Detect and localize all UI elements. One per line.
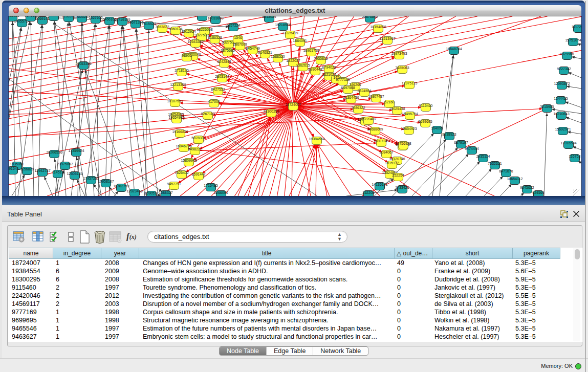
svg-text:1244415: 1244415 bbox=[554, 97, 568, 100]
svg-text:1716485: 1716485 bbox=[204, 184, 217, 187]
svg-text:114519: 114519 bbox=[52, 170, 64, 174]
svg-text:19756928: 19756928 bbox=[395, 142, 411, 145]
svg-text:2867608: 2867608 bbox=[233, 42, 247, 46]
svg-text:15692971: 15692971 bbox=[555, 127, 571, 131]
svg-text:12505135: 12505135 bbox=[67, 172, 82, 176]
svg-text:9860124: 9860124 bbox=[168, 27, 182, 31]
svg-text:1104581: 1104581 bbox=[47, 16, 61, 17]
svg-text:10973493: 10973493 bbox=[391, 52, 407, 55]
svg-text:1835061: 1835061 bbox=[10, 162, 24, 166]
svg-text:8813054: 8813054 bbox=[262, 16, 276, 18]
svg-text:152208: 152208 bbox=[362, 191, 374, 194]
svg-text:3875685: 3875685 bbox=[221, 49, 234, 52]
svg-text:8454749: 8454749 bbox=[246, 47, 259, 50]
svg-text:116753: 116753 bbox=[569, 155, 581, 158]
svg-text:14136141: 14136141 bbox=[372, 183, 387, 186]
svg-text:19654923: 19654923 bbox=[401, 127, 417, 130]
svg-text:7485063: 7485063 bbox=[395, 66, 409, 70]
svg-text:9227342: 9227342 bbox=[557, 67, 571, 71]
svg-text:1590512: 1590512 bbox=[144, 191, 158, 195]
svg-text:1322037: 1322037 bbox=[286, 59, 300, 62]
svg-text:17359924: 17359924 bbox=[68, 149, 84, 152]
svg-text:16210643: 16210643 bbox=[553, 112, 569, 116]
svg-text:9242848: 9242848 bbox=[217, 60, 231, 63]
svg-text:16648784: 16648784 bbox=[446, 47, 462, 51]
svg-text:13325419: 13325419 bbox=[282, 31, 298, 35]
svg-text:1664091: 1664091 bbox=[293, 39, 307, 42]
svg-text:7986322: 7986322 bbox=[351, 106, 365, 110]
svg-text:20053346: 20053346 bbox=[75, 62, 91, 65]
svg-text:1688327: 1688327 bbox=[159, 191, 172, 194]
svg-text:252254: 252254 bbox=[392, 173, 404, 177]
svg-text:9115460: 9115460 bbox=[419, 104, 433, 107]
svg-text:1588520: 1588520 bbox=[271, 55, 285, 58]
svg-text:17957255: 17957255 bbox=[83, 177, 99, 180]
svg-text:3624554: 3624554 bbox=[357, 89, 371, 93]
svg-text:12942737: 12942737 bbox=[34, 169, 50, 172]
svg-text:5498222: 5498222 bbox=[188, 147, 202, 151]
svg-text:1156829: 1156829 bbox=[20, 167, 34, 171]
svg-text:6497568: 6497568 bbox=[341, 86, 355, 90]
svg-text:12923466: 12923466 bbox=[126, 189, 142, 193]
svg-text:5878331: 5878331 bbox=[191, 136, 205, 140]
svg-text:2935114: 2935114 bbox=[476, 155, 490, 158]
svg-text:8938923: 8938923 bbox=[442, 133, 456, 136]
svg-text:7632621: 7632621 bbox=[488, 162, 502, 165]
svg-text:417006: 417006 bbox=[208, 100, 220, 103]
svg-text:10543362: 10543362 bbox=[187, 40, 203, 43]
svg-text:6794028: 6794028 bbox=[322, 65, 336, 69]
svg-text:1691447: 1691447 bbox=[191, 172, 205, 176]
svg-text:7625402: 7625402 bbox=[175, 171, 188, 174]
svg-text:7955812: 7955812 bbox=[314, 57, 328, 60]
svg-text:10154808: 10154808 bbox=[370, 25, 386, 29]
svg-text:19384554: 19384554 bbox=[309, 137, 324, 141]
svg-text:18807249: 18807249 bbox=[373, 139, 389, 143]
svg-text:10107553: 10107553 bbox=[167, 99, 183, 103]
svg-text:62160: 62160 bbox=[384, 100, 395, 104]
svg-text:21364436: 21364436 bbox=[343, 96, 359, 99]
svg-text:1835061: 1835061 bbox=[9, 16, 19, 17]
svg-text:23975867: 23975867 bbox=[57, 162, 73, 166]
svg-text:9457791: 9457791 bbox=[167, 182, 181, 186]
svg-text:164095: 164095 bbox=[431, 126, 443, 130]
svg-text:9777169: 9777169 bbox=[336, 78, 350, 81]
svg-text:1117203: 1117203 bbox=[572, 25, 581, 29]
svg-text:23300293: 23300293 bbox=[263, 110, 279, 113]
svg-text:10025438: 10025438 bbox=[389, 107, 405, 111]
svg-text:19166829: 19166829 bbox=[172, 130, 188, 134]
svg-text:7663822: 7663822 bbox=[155, 25, 169, 29]
svg-text:16033809: 16033809 bbox=[207, 16, 223, 20]
svg-text:15720407: 15720407 bbox=[360, 117, 376, 121]
svg-text:2718170: 2718170 bbox=[175, 69, 188, 72]
svg-text:7357224: 7357224 bbox=[226, 24, 240, 27]
svg-text:10958107: 10958107 bbox=[98, 180, 114, 183]
svg-text:2069141: 2069141 bbox=[35, 17, 49, 20]
svg-text:10688609: 10688609 bbox=[367, 127, 383, 131]
svg-text:18724007: 18724007 bbox=[285, 103, 301, 106]
svg-text:20876842: 20876842 bbox=[362, 16, 378, 18]
svg-text:10653267: 10653267 bbox=[74, 16, 90, 18]
svg-text:16961758: 16961758 bbox=[303, 49, 319, 52]
svg-text:19218506: 19218506 bbox=[275, 23, 291, 27]
svg-text:9699695: 9699695 bbox=[418, 120, 432, 123]
svg-text:13226058: 13226058 bbox=[197, 28, 212, 31]
svg-text:7515524: 7515524 bbox=[142, 22, 156, 26]
svg-text:12093872: 12093872 bbox=[554, 82, 570, 85]
svg-text:12975115: 12975115 bbox=[402, 81, 418, 85]
svg-text:964518: 964518 bbox=[25, 16, 36, 17]
svg-text:391541: 391541 bbox=[9, 167, 19, 170]
svg-text:19654985: 19654985 bbox=[168, 116, 184, 119]
svg-text:98901: 98901 bbox=[182, 54, 192, 57]
svg-text:3215955: 3215955 bbox=[540, 105, 554, 108]
svg-text:12213369: 12213369 bbox=[170, 83, 186, 86]
svg-text:8912954: 8912954 bbox=[182, 30, 195, 33]
svg-text:15809948: 15809948 bbox=[181, 159, 197, 162]
svg-text:9474444: 9474444 bbox=[465, 147, 478, 150]
svg-text:8186328: 8186328 bbox=[208, 36, 222, 39]
svg-text:9146821: 9146821 bbox=[258, 51, 272, 54]
svg-text:10120746: 10120746 bbox=[389, 157, 405, 161]
svg-text:8990448: 8990448 bbox=[308, 68, 322, 71]
svg-text:10807487: 10807487 bbox=[368, 95, 384, 98]
svg-text:6879197: 6879197 bbox=[454, 141, 468, 144]
svg-text:9329966: 9329966 bbox=[560, 52, 574, 56]
